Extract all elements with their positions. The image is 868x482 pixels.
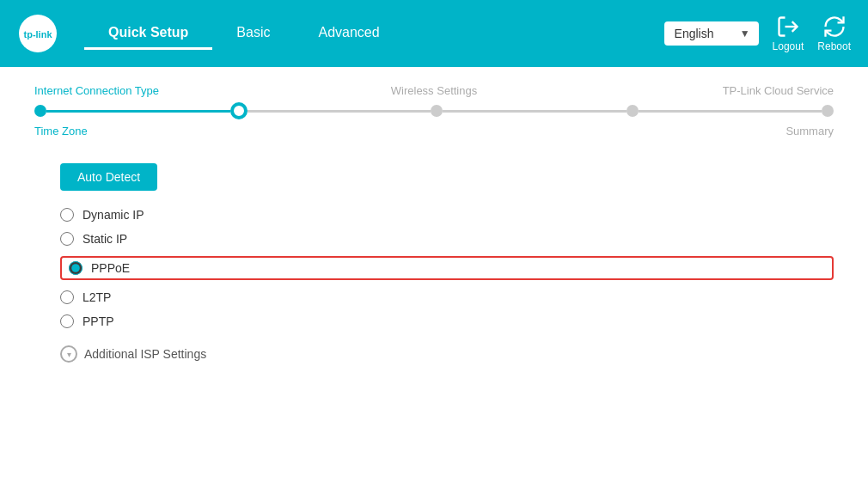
radio-item-pptp[interactable]: PPTP (60, 314, 834, 328)
progress-dot-4 (627, 105, 639, 117)
main-content: Internet Connection Type Wireless Settin… (0, 67, 868, 482)
radio-pptp-label: PPTP (83, 314, 114, 328)
step-label-internet: Internet Connection Type (34, 84, 301, 97)
tab-advanced[interactable]: Advanced (294, 18, 403, 50)
progress-section: Internet Connection Type Wireless Settin… (34, 84, 834, 137)
radio-static-ip-label: Static IP (83, 232, 127, 246)
svg-text:tp-link: tp-link (24, 29, 53, 40)
radio-pppoe[interactable] (69, 261, 83, 275)
progress-line-3 (443, 110, 627, 113)
connection-type-radio-group: Dynamic IP Static IP PPPoE L2TP PPTP (60, 208, 834, 328)
language-selector[interactable]: English Chinese French ▼ (664, 21, 759, 46)
reboot-button[interactable]: Reboot (817, 15, 851, 52)
reboot-icon (822, 15, 847, 39)
auto-detect-button[interactable]: Auto Detect (60, 163, 157, 191)
progress-line-2 (248, 110, 431, 113)
header-right: English Chinese French ▼ Logout Reboot (664, 15, 851, 52)
logout-icon (776, 15, 800, 39)
language-select[interactable]: English Chinese French (664, 21, 759, 46)
radio-static-ip[interactable] (60, 232, 74, 246)
radio-item-l2tp[interactable]: L2TP (60, 290, 834, 304)
radio-item-pppoe-wrapper[interactable]: PPPoE (60, 256, 834, 280)
progress-bar (34, 102, 834, 119)
logout-label: Logout (773, 40, 804, 52)
progress-dot-5 (822, 105, 834, 117)
logout-button[interactable]: Logout (773, 15, 804, 52)
progress-top-labels: Internet Connection Type Wireless Settin… (34, 84, 834, 97)
radio-pppoe-label: PPPoE (91, 261, 130, 275)
logo-area: tp-link (17, 13, 58, 54)
step-label-timezone: Time Zone (34, 125, 417, 137)
radio-l2tp[interactable] (60, 290, 74, 304)
step-label-summary: Summary (417, 125, 834, 137)
reboot-label: Reboot (817, 40, 851, 52)
radio-dynamic-ip-label: Dynamic IP (83, 208, 144, 222)
radio-item-static-ip[interactable]: Static IP (60, 232, 834, 246)
radio-pptp[interactable] (60, 314, 74, 328)
step-label-cloud: TP-Link Cloud Service (567, 84, 834, 97)
tab-quick-setup[interactable]: Quick Setup (84, 18, 212, 50)
step-label-wireless: Wireless Settings (301, 84, 567, 97)
radio-item-dynamic-ip[interactable]: Dynamic IP (60, 208, 834, 222)
chevron-down-icon: ▾ (60, 345, 77, 363)
additional-isp-settings[interactable]: ▾ Additional ISP Settings (60, 345, 834, 363)
tp-link-logo-icon: tp-link (17, 13, 58, 54)
additional-isp-label: Additional ISP Settings (84, 347, 206, 361)
content-area: Auto Detect Dynamic IP Static IP PPPoE L… (34, 155, 834, 363)
progress-line-1 (46, 110, 230, 113)
header: tp-link Quick Setup Basic Advanced Engli… (0, 0, 868, 67)
nav-tabs: Quick Setup Basic Advanced (84, 18, 664, 50)
progress-dot-1 (34, 105, 46, 117)
progress-dot-2 (230, 102, 248, 119)
progress-dot-3 (431, 105, 443, 117)
progress-bottom-labels: Time Zone Summary (34, 125, 834, 137)
radio-l2tp-label: L2TP (83, 290, 111, 304)
radio-dynamic-ip[interactable] (60, 208, 74, 222)
tab-basic[interactable]: Basic (212, 18, 294, 50)
progress-line-4 (639, 110, 822, 113)
